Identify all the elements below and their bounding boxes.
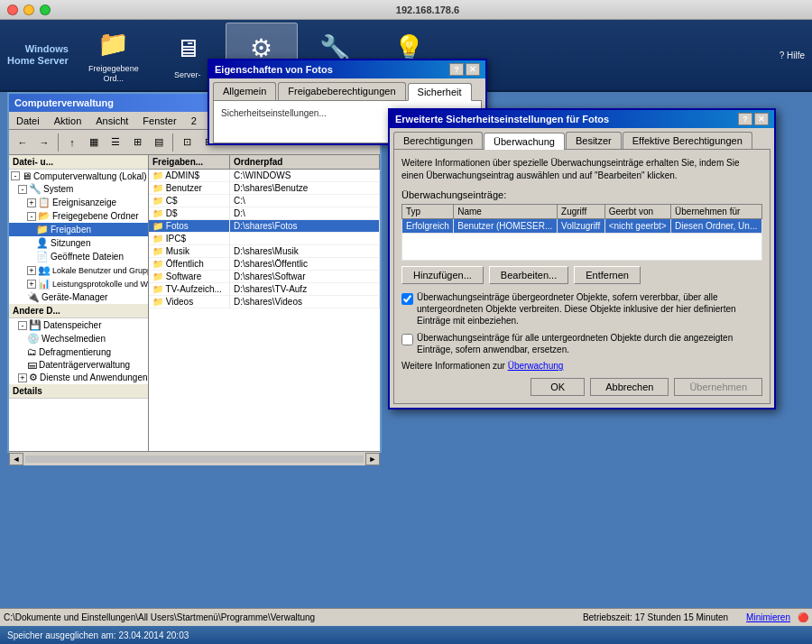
tab-sicherheit[interactable]: Sicherheit [408,83,472,101]
menu-datei[interactable]: Datei [13,115,43,126]
share-row-tv[interactable]: 📁 TV-Aufzeich... D:\shares\TV-Aufz [149,283,380,296]
tree-expand-datenspeicher[interactable]: - [18,321,27,330]
comp-mgmt-scrollbar-h[interactable]: ◄ ► [9,451,380,465]
share-row-musik[interactable]: 📁 Musik D:\shares\Musik [149,245,380,258]
ok-btn[interactable]: OK [531,378,585,396]
tree-label-wechsel: Wechselmedien [42,334,106,344]
open-files-icon: 📄 [36,251,49,262]
shares-header: Freigaben... Ordnerpfad [149,155,380,170]
menu-aktion[interactable]: Aktion [51,115,86,126]
adv-footer: Weitere Informationen zur Überwachung [401,361,762,371]
tab-berechtigungen[interactable]: Berechtigungen [393,132,483,149]
menu-fenster[interactable]: Fenster [139,115,180,126]
toolbar-freigegebene[interactable]: 📁 FreigegebeneOrd... [78,23,150,87]
tree-item-lokale[interactable]: + 👥 Lokale Benutzer und Gruppe [9,263,148,277]
toolbar-server-label: Server- [174,70,201,80]
adv-dialog-titlebar: Erweiterte Sicherheitseinstellungen für … [390,110,774,128]
props-close-btn[interactable]: ✕ [466,63,480,76]
tab-effektive[interactable]: Effektive Berechtigungen [623,132,752,149]
tree-expand-root[interactable]: - [11,171,20,180]
help-link[interactable]: ? Hilfe [780,51,805,60]
tb-view3-btn[interactable]: ⊞ [127,133,147,152]
tb-view2-btn[interactable]: ☰ [106,133,125,152]
share-row-ipc[interactable]: 📁 IPC$ [149,233,380,245]
tab-freigabeberechtigung[interactable]: Freigabeberechtigungen [278,82,405,100]
tb-view4-btn[interactable]: ▤ [149,133,169,152]
maximize-button[interactable] [40,5,51,15]
tree-item-freigegebene-ordner[interactable]: - 📂 Freigegebene Ordner [9,209,148,223]
share-row-oeffentlich[interactable]: 📁 Öffentlich D:\shares\Öffentlic [149,258,380,271]
share-name-tv: 📁 TV-Aufzeich... [149,283,230,295]
tree-expand-freigegebene[interactable]: - [27,212,36,221]
tree-expand-system[interactable]: - [18,185,27,194]
share-row-benutzer[interactable]: 📁 Benutzer D:\shares\Benutze [149,182,380,195]
share-row-fotos[interactable]: 📁 Fotos D:\shares\Fotos [149,220,380,233]
share-name-musik: 📁 Musik [149,245,230,257]
tree-expand-ereignis[interactable]: + [27,198,36,207]
props-dialog-title: Eigenschaften von Fotos [215,64,449,75]
share-name-benutzer: 📁 Benutzer [149,182,230,194]
tree-item-freigaben[interactable]: 📁 Freigaben [9,223,148,236]
close-button[interactable] [7,5,18,15]
tree-expand-leistung[interactable]: + [27,280,36,289]
adv-table-label: Überwachungseinträge: [401,189,762,200]
tab-uberwachung[interactable]: Überwachung [484,133,565,150]
uebernehmen-btn[interactable]: Übernehmen [674,378,762,396]
checkbox-replace[interactable] [401,334,413,345]
tree-expand-lokale[interactable]: + [27,266,36,275]
menu-ansicht[interactable]: Ansicht [92,115,132,126]
audit-row-1[interactable]: Erfolgreich Benutzer (HOMESER... Vollzug… [402,219,762,234]
share-row-admin[interactable]: 📁 ADMIN$ C:\WINDOWS [149,170,380,182]
abbrechen-btn[interactable]: Abbrechen [590,378,669,396]
statusbar: C:\Dokumente und Einstellungen\All Users… [0,608,812,626]
comp-mgmt-window: Computerverwaltung _ □ ✕ Datei Aktion An… [7,92,382,453]
tree-item-leistung[interactable]: + 📊 Leistungsprotokolle und War [9,277,148,290]
tree-item-root[interactable]: - 🖥 Computerverwaltung (Lokal) [9,170,148,182]
tree-expand-dienste[interactable]: + [18,373,27,382]
tree-item-dienste[interactable]: + ⚙ Dienste und Anwendungen [9,371,148,384]
share-row-software[interactable]: 📁 Software D:\shares\Softwar [149,271,380,283]
tree-item-geraete[interactable]: 🔌 Geräte-Manager [9,290,148,304]
checkbox-inherit[interactable] [401,293,413,305]
statusbar-power[interactable]: 🔴 [798,612,808,622]
tree-item-geoeffnete[interactable]: 📄 Geöffnete Dateien [9,250,148,263]
props-help-btn[interactable]: ? [449,63,464,76]
share-name-fotos: 📁 Fotos [149,220,230,232]
entfernen-btn[interactable]: Entfernen [574,266,641,284]
adv-close-btn[interactable]: ✕ [754,113,769,125]
tree-item-system[interactable]: - 🔧 System [9,182,148,196]
share-row-videos[interactable]: 📁 Videos D:\shares\Videos [149,296,380,308]
tree-item-datenspeicher[interactable]: - 💾 Datenspeicher [9,318,148,332]
share-row-d[interactable]: 📁 D$ D:\ [149,207,380,220]
scroll-left-btn[interactable]: ◄ [9,453,23,465]
tree-item-wechsel[interactable]: 💿 Wechselmedien [9,332,148,345]
scroll-right-btn[interactable]: ► [365,453,380,465]
minimize-button[interactable] [23,5,34,15]
tb-view5-btn[interactable]: ⊡ [177,133,197,152]
tab-allgemein[interactable]: Allgemein [213,82,276,100]
statusbar-minimize[interactable]: Minimieren [746,612,790,622]
adv-ok-buttons: OK Abbrechen Übernehmen [401,378,762,396]
adv-help-btn[interactable]: ? [738,113,752,125]
adv-footer-link[interactable]: Überwachung [508,361,564,371]
tree-item-ereignis[interactable]: + 📋 Ereignisanzeige [9,196,148,209]
tree-item-defrag[interactable]: 🗂 Defragmentierung [9,345,148,358]
tb-view1-btn[interactable]: ▦ [84,133,104,152]
share-path-musik: D:\shares\Musik [230,245,380,257]
shares-icon: 📁 [36,224,49,235]
tb-forward-btn[interactable]: → [34,133,54,152]
hinzufuegen-btn[interactable]: Hinzufügen... [401,266,484,284]
cell-zugriff: Vollzugriff [558,219,605,234]
bearbeiten-btn[interactable]: Bearbeiten... [489,266,568,284]
tb-sep2 [172,133,173,152]
share-row-c[interactable]: 📁 C$ C:\ [149,195,380,207]
tree-item-datentraeger[interactable]: 🖴 Datenträgerverwaltung [9,358,148,371]
tree-item-sitzungen[interactable]: 👤 Sitzungen [9,236,148,250]
services-icon: ⚙ [29,372,38,383]
tb-back-btn[interactable]: ← [13,133,32,152]
col-name: Name [454,205,558,219]
menu-2[interactable]: 2 [188,115,200,126]
share-name-ipc: 📁 IPC$ [149,233,230,244]
tab-besitzer[interactable]: Besitzer [566,132,622,149]
tb-up-btn[interactable]: ↑ [62,133,82,152]
